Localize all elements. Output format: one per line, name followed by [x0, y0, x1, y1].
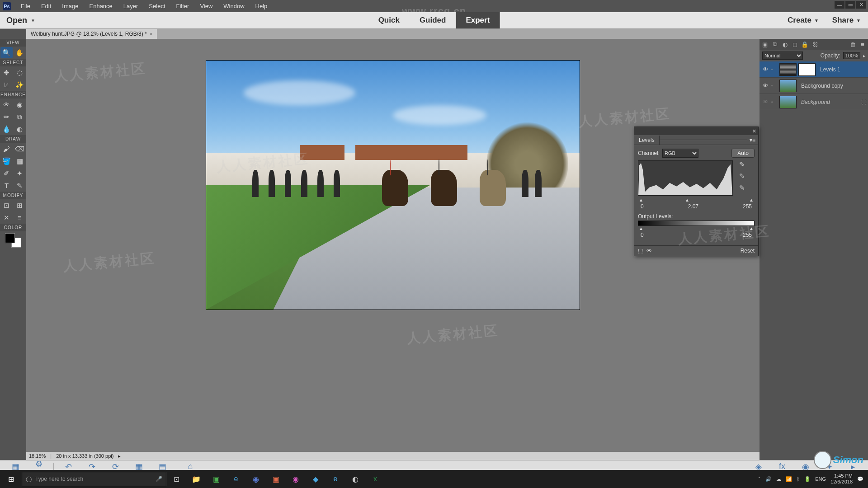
- move-tool[interactable]: ✥: [0, 67, 13, 78]
- layer-thumb[interactable]: [779, 96, 797, 108]
- excel-icon[interactable]: x: [365, 470, 385, 488]
- sponge-tool[interactable]: ◐: [14, 123, 26, 135]
- black-eyedropper-icon[interactable]: ✎: [739, 160, 747, 169]
- gradient-tool[interactable]: ▦: [14, 155, 26, 167]
- notification-icon[interactable]: 💬: [857, 476, 863, 482]
- white-point-slider[interactable]: ▲: [749, 197, 754, 202]
- output-white-value[interactable]: 255: [743, 232, 752, 238]
- color-swatch[interactable]: [5, 233, 21, 248]
- task-view-icon[interactable]: ⊡: [166, 470, 186, 488]
- adjustment-layer-icon[interactable]: ◐: [781, 41, 788, 48]
- mid-point-slider[interactable]: ▲: [685, 197, 689, 202]
- link-icon[interactable]: ⛶: [861, 99, 866, 105]
- menu-filter[interactable]: Filter: [171, 1, 195, 11]
- black-point-slider[interactable]: ▲: [639, 197, 643, 202]
- lock-icon[interactable]: 🔒: [801, 41, 808, 48]
- tray-lang[interactable]: ENG: [815, 476, 826, 482]
- lasso-tool[interactable]: ⟀: [0, 79, 13, 90]
- tray-network-icon[interactable]: 📶: [786, 476, 792, 482]
- pencil-tool[interactable]: ✎: [14, 180, 26, 191]
- blur-tool[interactable]: 💧: [0, 123, 13, 135]
- new-group-icon[interactable]: ⧉: [771, 41, 778, 48]
- output-white-slider[interactable]: ▲: [749, 226, 754, 231]
- input-white-value[interactable]: 255: [743, 203, 752, 210]
- tab-expert[interactable]: Expert: [456, 12, 500, 28]
- close-icon[interactable]: ×: [150, 31, 152, 37]
- magic-wand-tool[interactable]: ✨: [14, 79, 26, 90]
- app-icon-2[interactable]: ◉: [246, 470, 266, 488]
- new-layer-icon[interactable]: ▣: [761, 41, 769, 48]
- panel-menu-icon[interactable]: ≡: [859, 41, 866, 48]
- app-icon-3[interactable]: ▣: [266, 470, 286, 488]
- layer-name[interactable]: Background copy: [801, 83, 843, 89]
- layer-name[interactable]: Levels 1: [820, 66, 840, 73]
- white-eyedropper-icon[interactable]: ✎: [739, 184, 747, 192]
- histogram[interactable]: [638, 160, 733, 196]
- image-canvas[interactable]: [206, 61, 580, 310]
- app-icon-5[interactable]: ◆: [306, 470, 326, 488]
- reset-button[interactable]: Reset: [741, 248, 755, 254]
- brush-tool[interactable]: 🖌: [0, 143, 13, 155]
- create-menu[interactable]: Create▼: [788, 16, 819, 25]
- marquee-tool[interactable]: ◌: [14, 67, 26, 78]
- recompose-tool[interactable]: ⊞: [14, 200, 26, 211]
- content-aware-tool[interactable]: ✕: [0, 212, 13, 223]
- app-icon-1[interactable]: ▣: [206, 470, 226, 488]
- menu-edit[interactable]: Edit: [36, 1, 57, 11]
- start-button[interactable]: ⊞: [0, 470, 22, 488]
- layer-thumb[interactable]: [779, 63, 797, 76]
- menu-layer[interactable]: Layer: [118, 1, 144, 11]
- mic-icon[interactable]: 🎤: [156, 476, 162, 482]
- share-menu[interactable]: Share▼: [832, 16, 861, 25]
- visibility-icon[interactable]: 👁: [761, 82, 769, 89]
- eraser-tool[interactable]: ⌫: [14, 143, 26, 155]
- blend-mode-select[interactable]: Normal: [762, 52, 803, 60]
- tray-chevron-icon[interactable]: ˄: [758, 476, 761, 482]
- window-minimize[interactable]: —: [835, 1, 844, 9]
- layer-name[interactable]: Background: [801, 99, 830, 105]
- eye-tool[interactable]: 👁: [0, 99, 13, 110]
- document-tab[interactable]: Welbury hunt.JPG @ 18.2% (Levels 1, RGB/…: [26, 29, 157, 39]
- app-icon-6[interactable]: ◐: [345, 470, 365, 488]
- layer-row-bg[interactable]: 👁 ▫ Background ⛶: [760, 94, 868, 110]
- window-close[interactable]: ✕: [856, 1, 866, 9]
- gray-eyedropper-icon[interactable]: ✎: [739, 172, 747, 180]
- levels-tab[interactable]: Levels: [634, 136, 660, 145]
- tray-clock[interactable]: 1:45 PM 12/6/2018: [830, 473, 853, 485]
- open-button[interactable]: Open▼: [6, 16, 35, 25]
- link-icon[interactable]: ⛓: [811, 41, 818, 48]
- edge-icon[interactable]: e: [326, 470, 345, 488]
- tray-bluetooth-icon[interactable]: ᛒ: [797, 476, 800, 482]
- menu-view[interactable]: View: [194, 1, 218, 11]
- foreground-color[interactable]: [5, 233, 15, 243]
- visibility-icon[interactable]: 👁: [761, 66, 769, 73]
- zoom-tool[interactable]: 🔍: [0, 47, 13, 58]
- menu-window[interactable]: Window: [218, 1, 250, 11]
- app-icon-4[interactable]: ◉: [286, 470, 306, 488]
- chevron-right-icon[interactable]: ▸: [118, 453, 121, 459]
- auto-button[interactable]: Auto: [731, 149, 755, 158]
- layer-row-bgcopy[interactable]: 👁 ▫ Background copy: [760, 78, 868, 94]
- menu-help[interactable]: Help: [250, 1, 273, 11]
- input-mid-value[interactable]: 2.07: [688, 203, 698, 210]
- spot-heal-tool[interactable]: ◉: [14, 99, 26, 110]
- ie-icon[interactable]: e: [226, 470, 246, 488]
- output-black-slider[interactable]: ▲: [639, 226, 643, 231]
- output-gradient[interactable]: [638, 221, 755, 226]
- chevron-right-icon[interactable]: ▸: [863, 53, 865, 58]
- clip-icon[interactable]: ⬚: [638, 248, 643, 254]
- tray-battery-icon[interactable]: 🔋: [804, 476, 811, 482]
- tab-quick[interactable]: Quick: [368, 12, 410, 28]
- layer-row-levels[interactable]: 👁 ▫ Levels 1: [760, 61, 868, 78]
- layer-thumb[interactable]: [779, 80, 797, 92]
- layer-mask[interactable]: [798, 63, 816, 76]
- opacity-value[interactable]: 100%: [843, 52, 860, 59]
- close-icon[interactable]: ✕: [752, 128, 756, 134]
- input-black-value[interactable]: 0: [641, 203, 644, 210]
- mask-icon[interactable]: ◻: [791, 41, 798, 48]
- text-tool[interactable]: T: [0, 180, 13, 191]
- shape-tool[interactable]: ✦: [14, 168, 26, 179]
- panel-menu-icon[interactable]: ▾≡: [747, 137, 758, 143]
- hand-tool[interactable]: ✋: [14, 47, 26, 58]
- tab-guided[interactable]: Guided: [410, 12, 456, 28]
